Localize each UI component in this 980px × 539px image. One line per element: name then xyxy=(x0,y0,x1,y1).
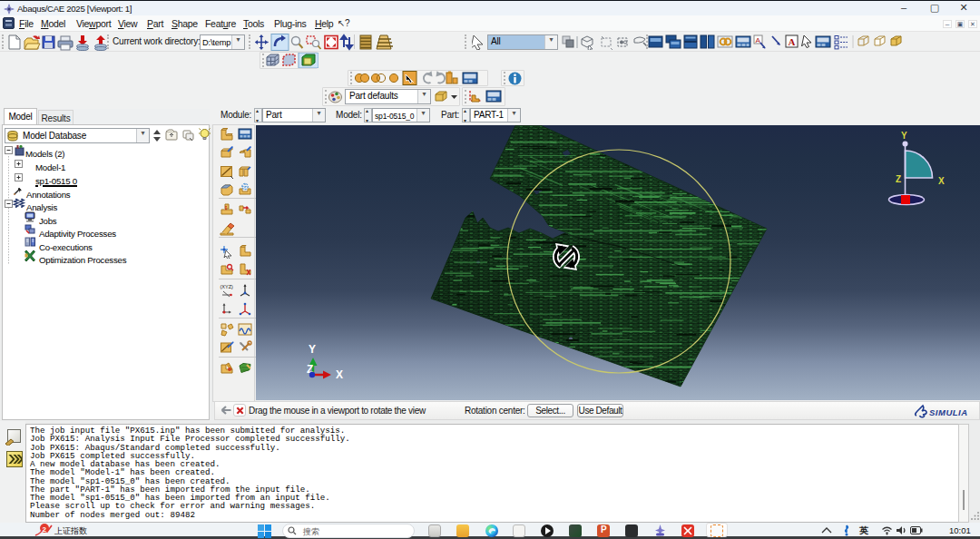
svg-text:A: A xyxy=(789,36,796,47)
svg-text:X: X xyxy=(336,368,343,381)
svg-text:Y: Y xyxy=(901,131,907,141)
svg-text:X: X xyxy=(938,176,945,186)
svg-text:Z: Z xyxy=(896,174,901,184)
svg-text:(XYZ): (XYZ) xyxy=(220,284,234,289)
svg-text:Y: Y xyxy=(309,343,316,356)
svg-text:A: A xyxy=(756,36,761,44)
svg-text:2: 2 xyxy=(42,525,46,534)
svg-text:SIMULIA: SIMULIA xyxy=(929,407,968,417)
